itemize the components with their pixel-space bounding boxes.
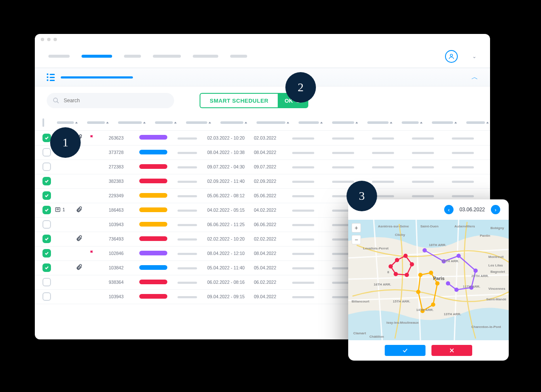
status-pill xyxy=(139,164,167,169)
cell-placeholder xyxy=(292,137,314,140)
row-datetime: 06.02.2022 - 08:16 xyxy=(206,275,252,289)
cell-placeholder xyxy=(292,282,314,284)
svg-point-23 xyxy=(435,281,440,286)
close-dot[interactable] xyxy=(41,38,44,41)
row-checkbox[interactable] xyxy=(42,220,51,229)
column-header-10[interactable] xyxy=(402,121,423,124)
check-icon xyxy=(401,347,409,353)
date-prev-button[interactable]: ‹ xyxy=(444,205,454,214)
row-datetime: 02.02.2022 - 10:20 xyxy=(206,232,252,246)
smart-scheduler-button[interactable]: SMART SCHEDULER xyxy=(200,93,278,108)
svg-text:Asnières-sur-Seine: Asnières-sur-Seine xyxy=(378,224,409,228)
svg-point-12 xyxy=(389,264,393,269)
svg-text:Bagnolet: Bagnolet xyxy=(490,270,505,274)
svg-point-16 xyxy=(456,254,461,258)
cell-placeholder xyxy=(452,166,474,168)
row-id: 103943 xyxy=(107,217,138,232)
map-cancel-button[interactable] xyxy=(431,345,472,356)
table-row[interactable]: 38238302.09.2022 - 11:4002.09.2022 xyxy=(35,174,490,188)
date-next-button[interactable]: › xyxy=(491,205,500,214)
cell-placeholder xyxy=(178,296,197,298)
cell-placeholder xyxy=(292,224,314,226)
row-checkbox[interactable] xyxy=(42,263,51,272)
row-checkbox[interactable] xyxy=(42,292,51,301)
status-pill xyxy=(139,294,167,299)
svg-point-20 xyxy=(446,281,450,286)
row-checkbox[interactable] xyxy=(42,235,51,243)
nav-item-3[interactable] xyxy=(153,55,181,58)
svg-line-2 xyxy=(57,101,59,103)
attachment-icon xyxy=(76,266,82,272)
table-row[interactable]: 27238309.07.2022 - 04:3009.07.2022 xyxy=(35,160,490,174)
svg-text:20TH ARR.: 20TH ARR. xyxy=(471,274,489,278)
row-date: 08.04.2022 xyxy=(252,246,290,260)
search-input[interactable] xyxy=(47,93,174,108)
select-all-checkbox[interactable] xyxy=(42,118,44,127)
step-badge-2: 2 xyxy=(285,72,316,103)
chevron-up-icon[interactable]: ︿ xyxy=(471,73,478,82)
row-date: 09.04.2022 xyxy=(252,289,290,304)
row-checkbox[interactable] xyxy=(42,278,51,286)
row-checkbox[interactable] xyxy=(42,177,51,185)
row-checkbox[interactable] xyxy=(42,191,51,200)
svg-point-9 xyxy=(410,262,414,266)
column-header-1[interactable] xyxy=(87,121,109,124)
column-header-4[interactable] xyxy=(186,121,211,124)
svg-text:Clamart: Clamart xyxy=(353,331,366,335)
svg-text:Paris: Paris xyxy=(433,276,445,281)
column-header-11[interactable] xyxy=(432,121,457,124)
column-header-9[interactable] xyxy=(367,121,392,124)
map-viewport[interactable]: + − 8 xyxy=(348,220,509,340)
zoom-in-button[interactable]: + xyxy=(352,223,361,232)
row-checkbox[interactable] xyxy=(42,134,51,142)
row-checkbox[interactable] xyxy=(42,162,51,171)
cell-placeholder xyxy=(178,210,197,212)
row-date: 02.03.2022 xyxy=(252,131,290,145)
column-header-0[interactable] xyxy=(57,121,78,124)
nav-item-1[interactable] xyxy=(82,55,112,58)
svg-point-7 xyxy=(395,258,399,262)
cell-placeholder xyxy=(178,282,197,284)
cell-placeholder xyxy=(292,238,314,241)
window-titlebar xyxy=(35,34,490,45)
cell-placeholder xyxy=(452,195,474,197)
table-row[interactable]: 37372808.04.2022 - 10:3808.04.2022 xyxy=(35,145,490,160)
column-header-5[interactable] xyxy=(220,121,247,124)
search-icon xyxy=(53,97,59,104)
cell-placeholder xyxy=(452,152,474,154)
nav-item-4[interactable] xyxy=(193,55,218,58)
cell-placeholder xyxy=(178,224,197,226)
row-checkbox[interactable] xyxy=(42,249,51,258)
user-menu-chevron-icon[interactable]: ⌄ xyxy=(472,53,476,59)
svg-text:16TH ARR.: 16TH ARR. xyxy=(374,283,391,286)
svg-point-17 xyxy=(473,269,478,273)
nav-item-2[interactable] xyxy=(124,55,141,58)
map-confirm-button[interactable] xyxy=(385,345,425,356)
row-checkbox[interactable] xyxy=(42,206,51,214)
row-datetime: 05.04.2022 - 11:40 xyxy=(206,260,252,275)
user-avatar[interactable] xyxy=(445,50,458,63)
table-row[interactable]: 26362302.03.2022 - 10:2002.03.2022 xyxy=(35,131,490,145)
column-header-2[interactable] xyxy=(118,121,146,124)
column-header-7[interactable] xyxy=(299,121,323,124)
row-datetime: 09.04.2022 - 09:15 xyxy=(206,289,252,304)
row-datetime: 08.04.2022 - 12:10 xyxy=(206,246,252,260)
column-header-12[interactable] xyxy=(466,121,489,124)
row-checkbox[interactable] xyxy=(42,148,51,157)
zoom-out-button[interactable]: − xyxy=(352,235,361,244)
top-nav: ⌄ xyxy=(35,45,490,68)
status-pill xyxy=(139,207,167,212)
column-header-3[interactable] xyxy=(155,121,177,124)
nav-item-5[interactable] xyxy=(230,55,247,58)
max-dot[interactable] xyxy=(54,38,57,41)
min-dot[interactable] xyxy=(47,38,51,41)
map-svg: 8 Asnières-sur-Seine Saint-Ouen Aubervil… xyxy=(348,220,509,340)
column-header-6[interactable] xyxy=(256,121,289,124)
svg-point-8 xyxy=(403,254,408,258)
map-card: ‹ 03.06.2022 › + − xyxy=(348,199,509,361)
column-header-8[interactable] xyxy=(332,121,358,124)
nav-item-0[interactable] xyxy=(48,55,70,58)
cell-placeholder xyxy=(412,166,434,168)
svg-text:Bobigny: Bobigny xyxy=(490,226,504,230)
row-datetime: 02.03.2022 - 10:20 xyxy=(206,131,252,145)
